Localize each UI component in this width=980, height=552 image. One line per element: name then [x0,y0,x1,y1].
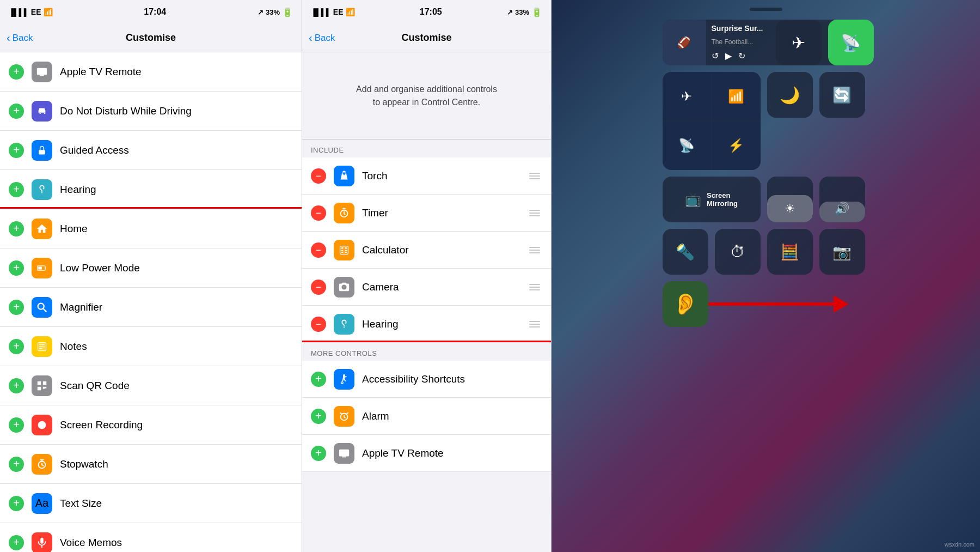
cc-timer-tile[interactable]: ⏱ [715,229,761,275]
item-label-inc-timer: Timer [362,207,519,219]
svg-point-5 [38,303,44,309]
remove-btn-hearing[interactable]: − [311,317,326,332]
add-btn-home[interactable]: + [9,221,24,236]
add-btn-scan-qr-code[interactable]: + [9,378,24,393]
more-add-btn-apple-tv-remote[interactable]: + [311,446,326,461]
back-label-1[interactable]: Back [13,33,33,44]
add-btn-stopwatch[interactable]: + [9,457,24,472]
list-item-voice-memos[interactable]: +Voice Memos [0,523,302,552]
cc-dnd-tile[interactable]: 🌙 [767,72,813,118]
svg-rect-9 [43,381,46,384]
list-item-stopwatch[interactable]: +Stopwatch [0,445,302,484]
list-item-notes[interactable]: +Notes [0,327,302,366]
include-item-calculator[interactable]: −Calculator [302,232,551,269]
drag-handle-hearing[interactable] [527,319,542,330]
cc-hearing-tile[interactable]: 👂 [663,281,708,327]
include-item-camera[interactable]: −Camera [302,269,551,306]
list-item-apple-tv-remote[interactable]: +Apple TV Remote [0,52,302,92]
cc-connectivity-grid[interactable]: ✈ 📶 📡 ⚡ [663,72,761,170]
cc-torch-tile[interactable]: 🔦 [663,229,708,275]
include-item-timer[interactable]: −Timer [302,195,551,232]
drag-handle-timer[interactable] [527,208,542,219]
cc-row-2: ✈ 📶 📡 ⚡ 🌙 🔄 [663,72,869,170]
list-item-low-power-mode[interactable]: +Low Power Mode [0,248,302,288]
add-btn-notes[interactable]: + [9,339,24,354]
include-item-hearing[interactable]: −Hearing [302,306,551,343]
svg-rect-1 [40,75,44,76]
panel-2-middle: ▐▌▌▌ EE 📶 17:05 ↗ 33% 🔋 ‹ Back Customise… [302,0,552,552]
svg-rect-8 [38,381,41,384]
add-btn-hearing[interactable]: + [9,182,24,197]
rotation-icon: 🔄 [832,86,852,104]
item-label-magnifier: Magnifier [60,301,293,313]
include-header: INCLUDE [302,139,551,157]
list-item-scan-qr-code[interactable]: +Scan QR Code [0,366,302,405]
more-item-apple-tv-remote[interactable]: +Apple TV Remote [302,435,551,472]
watermark: wsxdn.com [945,541,975,548]
list-item-home[interactable]: +Home [0,209,302,248]
add-btn-magnifier[interactable]: + [9,300,24,315]
drag-handle-torch[interactable] [527,171,542,181]
time-label-1: 17:04 [144,7,166,17]
remove-btn-camera[interactable]: − [311,280,326,295]
remove-btn-calculator[interactable]: − [311,242,326,258]
play-icon[interactable]: ▶ [725,51,732,61]
cc-wifi-tile[interactable]: 📡 [828,20,874,65]
item-label-inc-torch: Torch [362,170,519,182]
cc-calculator-tile[interactable]: 🧮 [767,229,813,275]
remove-btn-torch[interactable]: − [311,168,326,184]
back-button-2[interactable]: ‹ Back [309,32,335,44]
rewind-icon[interactable]: ↺ [712,51,719,61]
add-btn-text-size[interactable]: + [9,496,24,511]
item-icon-inc-torch [334,166,354,186]
nav-bar-2: ‹ Back Customise [302,24,551,52]
svg-point-13 [38,421,46,429]
back-chevron-2: ‹ [309,32,313,44]
location-icon: ↗ [258,8,264,16]
cc-rotation-tile[interactable]: 🔄 [819,72,865,118]
item-label-inc-calculator: Calculator [362,244,519,256]
list-item-magnifier[interactable]: +Magnifier [0,288,302,327]
cc-camera-tile[interactable]: 📷 [819,229,865,275]
list-item-do-not-disturb[interactable]: +Do Not Disturb While Driving [0,92,302,131]
airplane-icon: ✈ [792,33,805,52]
list-item-text-size[interactable]: +AaText Size [0,484,302,523]
more-add-btn-alarm[interactable]: + [311,409,326,424]
cc-bluetooth-cell[interactable]: ⚡ [712,122,761,171]
svg-rect-0 [37,68,47,75]
forward-icon[interactable]: ↻ [738,51,745,61]
list-item-guided-access[interactable]: +Guided Access [0,131,302,170]
cc-wifi-cell[interactable]: 📡 [663,122,712,171]
cc-all: 🏈 Surprise Sur... The Football... ↺ ▶ ↻ … [663,20,869,327]
more-item-accessibility-shortcuts[interactable]: +Accessibility Shortcuts [302,361,551,398]
add-btn-low-power-mode[interactable]: + [9,260,24,276]
remove-btn-timer[interactable]: − [311,205,326,221]
cc-airplane-tile[interactable]: ✈ [776,20,822,65]
list-item-screen-recording[interactable]: +Screen Recording [0,405,302,445]
cc-airplane-cell[interactable]: ✈ [663,72,712,121]
cc-volume-slider[interactable]: 🔊 [819,177,865,222]
wifi-icon: 📶 [44,8,53,16]
add-btn-apple-tv-remote[interactable]: + [9,64,24,80]
item-label-more-alarm: Alarm [362,410,542,422]
list-item-hearing[interactable]: +Hearing [0,170,302,209]
add-btn-screen-recording[interactable]: + [9,417,24,433]
item-icon-scan-qr-code [32,375,52,396]
more-add-btn-accessibility-shortcuts[interactable]: + [311,372,326,387]
more-controls-header: MORE CONTROLS [302,343,551,361]
add-btn-voice-memos[interactable]: + [9,535,24,550]
drag-handle-camera[interactable] [527,282,542,293]
svg-rect-12 [45,386,47,388]
item-label-notes: Notes [60,341,293,353]
add-btn-do-not-disturb[interactable]: + [9,104,24,119]
cc-mirroring-tile[interactable]: 📺 ScreenMirroring [663,177,761,222]
back-button-1[interactable]: ‹ Back [7,32,33,44]
drag-handle-calculator[interactable] [527,245,542,256]
include-item-torch[interactable]: −Torch [302,157,551,195]
cc-signal-cell[interactable]: 📶 [712,72,761,121]
more-item-alarm[interactable]: +Alarm [302,398,551,435]
cc-brightness-slider[interactable]: ☀ [767,177,813,222]
back-label-2[interactable]: Back [315,33,335,44]
item-icon-inc-timer [334,203,354,223]
add-btn-guided-access[interactable]: + [9,143,24,158]
